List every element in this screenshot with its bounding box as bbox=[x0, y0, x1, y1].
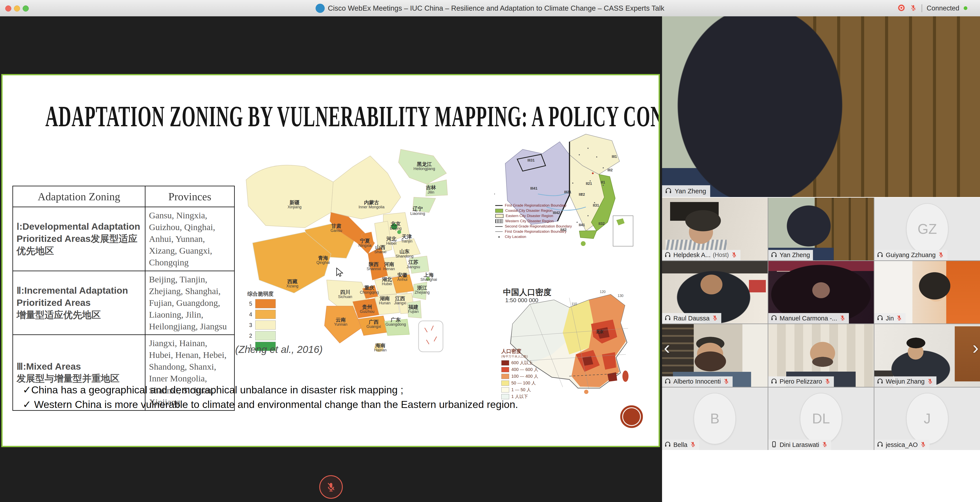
connection-status-label: Connected bbox=[927, 4, 959, 12]
muted-mic-icon bbox=[731, 251, 737, 259]
headset-icon bbox=[877, 315, 883, 322]
participant-name: Bella bbox=[673, 441, 687, 448]
muted-mic-icon[interactable] bbox=[910, 4, 917, 13]
headset-icon bbox=[877, 378, 883, 386]
vulnerability-legend-item: 3 bbox=[247, 321, 276, 330]
avatar: J bbox=[906, 393, 948, 444]
phone-icon bbox=[770, 441, 778, 449]
regionalization-legend: First Grade Regionalization BoundaryCoas… bbox=[495, 203, 572, 240]
participant-label: Dini Laraswati bbox=[768, 440, 831, 450]
svg-text:120: 120 bbox=[600, 290, 606, 294]
participant-tile[interactable]: Yan Zheng bbox=[768, 198, 874, 261]
zone-code-label: III2 bbox=[608, 168, 613, 172]
participant-name: Alberto Innocenti bbox=[673, 378, 721, 385]
zone-code-label: II21 bbox=[586, 181, 592, 186]
svg-text:北京: 北京 bbox=[596, 330, 604, 334]
participant-label: Helpdesk A...(Host) bbox=[662, 250, 740, 261]
headset-icon bbox=[877, 251, 883, 259]
zone-code-label: III21 bbox=[564, 190, 571, 194]
active-speaker-label: Yan Zheng bbox=[662, 185, 710, 197]
participant-label: Manuel Carmona -... bbox=[768, 313, 849, 324]
vulnerability-legend-title: 综合脆弱度 bbox=[247, 291, 276, 297]
participant-tile[interactable]: DLDini Laraswati bbox=[768, 388, 874, 450]
regionalization-legend-item: Eastern City Disaster Region bbox=[495, 214, 572, 218]
participant-name: Guiyang Zzhuang bbox=[886, 251, 935, 259]
headset-icon bbox=[770, 378, 778, 386]
avatar: B bbox=[694, 393, 736, 444]
muted-mic-icon bbox=[896, 315, 902, 322]
participant-tile[interactable]: Piero Pelizzaro bbox=[768, 324, 874, 387]
mute-toggle-button[interactable] bbox=[319, 475, 343, 499]
participant-tile[interactable]: Helpdesk A...(Host) bbox=[662, 198, 768, 261]
status-separator bbox=[921, 4, 922, 12]
vulnerability-legend-item: 5 bbox=[247, 299, 276, 308]
muted-mic-icon bbox=[712, 315, 718, 322]
participant-label: Piero Pelizzaro bbox=[768, 376, 834, 387]
muted-mic-icon bbox=[821, 441, 828, 448]
provinces-cell: Beijing, Tianjin, Zhejiang, Shanghai, Fu… bbox=[145, 271, 235, 335]
bullet-line: ✓China has a geographical and demographi… bbox=[23, 383, 615, 397]
participant-label: Raul Daussa bbox=[662, 313, 721, 324]
participant-name: Raul Daussa bbox=[673, 315, 710, 322]
participant-tile[interactable]: GZGuiyang Zzhuang bbox=[874, 198, 980, 261]
active-speaker-video[interactable]: Yan Zheng bbox=[662, 16, 980, 197]
vulnerability-legend: 综合脆弱度 54321 bbox=[247, 291, 276, 353]
participant-name: Piero Pelizzaro bbox=[780, 378, 822, 385]
zone-code-label: II22 bbox=[579, 192, 585, 197]
close-window-button[interactable] bbox=[5, 5, 11, 11]
connection-dot-icon bbox=[964, 6, 967, 10]
zone-code-label: III41 bbox=[530, 186, 538, 191]
participant-tile[interactable]: Manuel Carmona -... bbox=[768, 261, 874, 324]
vulnerability-legend-item: 2 bbox=[247, 331, 276, 340]
regionalization-legend-item: City Lacation bbox=[495, 235, 572, 239]
record-indicator-icon[interactable] bbox=[897, 4, 905, 13]
density-map: 北京 120 130 110 中国人口密度 1:50 000 000 人口密度 … bbox=[497, 283, 637, 396]
minimize-window-button[interactable] bbox=[14, 5, 20, 11]
headset-icon bbox=[664, 378, 671, 386]
table-header-zoning: Adaptation Zoning bbox=[13, 186, 145, 207]
active-speaker-scene bbox=[662, 16, 980, 197]
participant-name: jessica_AO bbox=[886, 441, 918, 448]
zoom-window-button[interactable] bbox=[23, 5, 29, 11]
participant-tile[interactable]: Jin bbox=[874, 261, 980, 324]
slide-citation: (Zheng et al., 2016) bbox=[235, 343, 323, 355]
next-page-chevron-icon[interactable]: › bbox=[972, 338, 979, 357]
presentation-slide: ADAPTATION ZONING BY VULNERABILITY MAPPI… bbox=[1, 74, 660, 447]
participant-name: Yan Zheng bbox=[780, 251, 810, 259]
adaptation-zoning-table: Adaptation Zoning Provinces Ⅰ:Developmen… bbox=[13, 186, 235, 411]
regionalization-map: III31III41III42III21II41II42II31II32II21… bbox=[494, 127, 635, 249]
muted-mic-icon bbox=[824, 378, 831, 385]
participant-label: Guiyang Zzhuang bbox=[874, 250, 947, 261]
density-legend-item: 100 — 400 人 bbox=[501, 373, 538, 379]
webex-logo-icon bbox=[315, 4, 325, 13]
participant-tile[interactable]: Weijun Zhang bbox=[874, 324, 980, 387]
density-legend-title: 人口密度 bbox=[501, 348, 538, 354]
density-legend-item: 400 — 600 人 bbox=[501, 367, 538, 372]
participant-tile[interactable]: Alberto Innocenti bbox=[662, 324, 768, 387]
density-legend-subtitle: (每平方千米人口数) bbox=[501, 354, 538, 359]
participant-label: Yan Zheng bbox=[768, 250, 813, 261]
participant-name: Helpdesk A... bbox=[673, 251, 711, 259]
headset-icon bbox=[877, 441, 883, 449]
headset-icon bbox=[770, 251, 778, 259]
previous-page-chevron-icon[interactable]: ‹ bbox=[664, 338, 670, 357]
density-legend-item: 600 人以上 bbox=[501, 360, 538, 366]
table-header-provinces: Provinces bbox=[145, 186, 235, 207]
participant-name: Jin bbox=[886, 315, 894, 322]
bullet-line: ✓ Western China is more vulnerable to cl… bbox=[23, 397, 615, 412]
participant-tile[interactable]: BBella bbox=[662, 388, 768, 450]
vulnerability-legend-item: 4 bbox=[247, 310, 276, 319]
muted-mic-icon bbox=[927, 378, 933, 385]
zone-cell: Ⅰ:Developmental Adaptation Prioritized A… bbox=[13, 207, 145, 271]
zone-code-label: II32 bbox=[598, 222, 605, 226]
participant-name: Yan Zheng bbox=[675, 187, 706, 195]
shared-content-stage: ADAPTATION ZONING BY VULNERABILITY MAPPI… bbox=[0, 16, 662, 502]
participant-tile[interactable]: Raul Daussa bbox=[662, 261, 768, 324]
table-row: Ⅰ:Developmental Adaptation Prioritized A… bbox=[13, 207, 235, 271]
svg-text:130: 130 bbox=[617, 294, 624, 297]
headset-icon bbox=[665, 187, 672, 195]
density-map-title: 中国人口密度 bbox=[503, 287, 551, 298]
muted-mic-icon bbox=[723, 378, 730, 385]
slide-bullets: ✓China has a geographical and demographi… bbox=[23, 383, 615, 411]
participant-tile[interactable]: Jjessica_AO bbox=[874, 388, 980, 450]
